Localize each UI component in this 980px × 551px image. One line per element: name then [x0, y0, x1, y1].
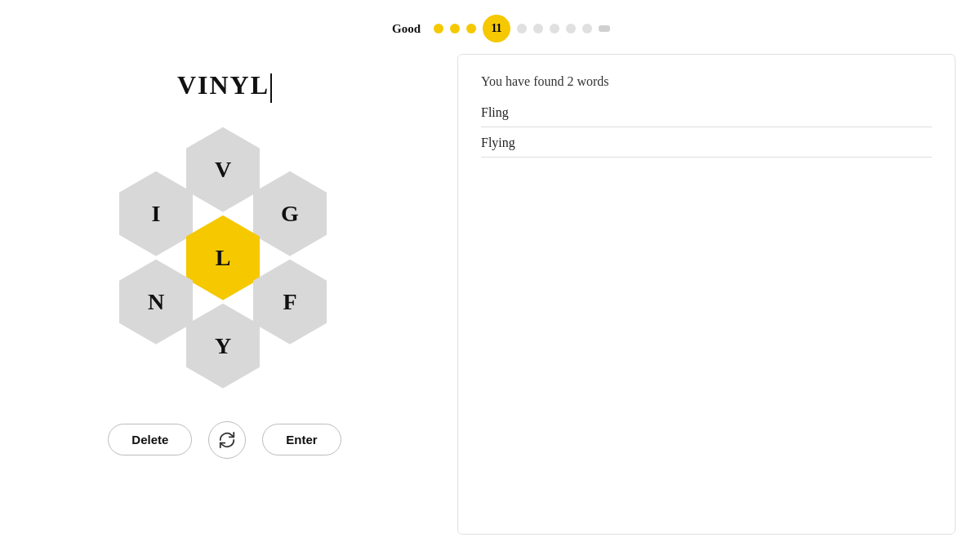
list-item: Flying: [481, 136, 932, 158]
left-panel: VINYL I V G L N F: [0, 54, 449, 551]
hex-tl[interactable]: I: [119, 171, 193, 256]
progress-dot-filled: [434, 24, 443, 33]
word-prefix: VINYL: [177, 70, 270, 100]
main-content: VINYL I V G L N F: [0, 54, 980, 551]
hex-bot[interactable]: Y: [186, 304, 260, 389]
progress-dot-active: 11: [483, 15, 510, 42]
shuffle-icon: [218, 431, 236, 449]
honeycomb: I V G L N F Y: [94, 127, 355, 389]
progress-dot-filled: [450, 24, 460, 33]
progress-dot-filled: [466, 24, 476, 33]
progress-dot-end: [599, 25, 610, 32]
progress-dot-empty: [533, 24, 543, 33]
hex-wrapper-center: L: [186, 216, 260, 300]
hex-top[interactable]: V: [186, 127, 260, 212]
hex-wrapper-bot: Y: [186, 304, 260, 389]
right-panel: You have found 2 words FlingFlying: [457, 54, 956, 535]
delete-button[interactable]: Delete: [108, 424, 192, 455]
list-item: Fling: [481, 105, 932, 127]
hex-wrapper-bl: N: [119, 260, 193, 344]
cursor: [270, 73, 272, 103]
hex-bl[interactable]: N: [119, 260, 193, 344]
found-words-list: FlingFlying: [481, 105, 932, 158]
progress-dot-empty: [550, 24, 559, 33]
word-display: VINYL: [177, 70, 272, 103]
progress-dot-empty: [566, 24, 576, 33]
hex-wrapper-tl: I: [119, 171, 193, 256]
hex-wrapper-br: F: [253, 260, 327, 344]
hex-tr[interactable]: G: [253, 171, 327, 256]
hex-wrapper-top: V: [186, 127, 260, 212]
progress-dot-empty: [517, 24, 527, 33]
progress-label: Good: [392, 22, 421, 36]
hex-wrapper-tr: G: [253, 171, 327, 256]
shuffle-button[interactable]: [208, 421, 246, 459]
enter-button[interactable]: Enter: [262, 424, 341, 455]
hex-br[interactable]: F: [253, 260, 327, 344]
controls: Delete Enter: [108, 421, 341, 459]
progress-bar: Good 11: [0, 0, 980, 54]
found-words-title: You have found 2 words: [481, 74, 932, 89]
progress-dot-empty: [582, 24, 592, 33]
hex-center[interactable]: L: [186, 216, 260, 300]
dot-container: 11: [434, 15, 610, 42]
